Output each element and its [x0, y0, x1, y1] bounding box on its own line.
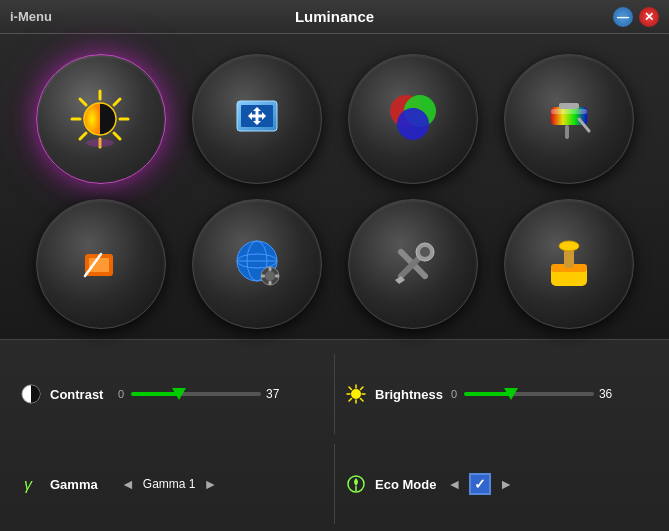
svg-text:γ: γ [24, 476, 33, 493]
eco-mode-prev-button[interactable]: ◄ [444, 476, 464, 492]
svg-line-54 [349, 387, 352, 390]
controls-bar: Contrast 0 37 [0, 339, 669, 531]
gamma-next-button[interactable]: ► [201, 476, 221, 492]
svg-rect-17 [251, 115, 263, 118]
svg-line-56 [361, 387, 364, 390]
icons-grid [0, 34, 669, 339]
eco-mode-next-button[interactable]: ► [496, 476, 516, 492]
svg-line-4 [80, 99, 86, 105]
contrast-slider[interactable] [131, 384, 261, 404]
contrast-slider-container: 0 37 [118, 384, 288, 404]
contrast-min: 0 [118, 388, 126, 400]
svg-point-47 [559, 241, 579, 251]
icon-color-boost[interactable] [504, 54, 634, 184]
icon-extra[interactable] [348, 199, 478, 329]
window-controls: — ✕ [613, 7, 659, 27]
brightness-control: Brightness 0 36 [345, 383, 649, 405]
svg-point-20 [397, 108, 429, 140]
controls-row-2: γ Gamma ◄ Gamma 1 ► [20, 444, 649, 524]
svg-rect-24 [559, 103, 579, 109]
eco-mode-icon [345, 473, 367, 495]
brightness-icon [345, 383, 367, 405]
icon-picture-boost[interactable] [36, 199, 166, 329]
eco-mode-selector: ◄ ✓ ► [444, 473, 516, 495]
app-title: i-Menu [10, 9, 52, 24]
title-bar: i-Menu Luminance — ✕ [0, 0, 669, 34]
brightness-slider-container: 0 36 [451, 384, 621, 404]
gamma-icon: γ [20, 473, 42, 495]
picture-boost-icon [66, 229, 136, 299]
svg-line-6 [114, 99, 120, 105]
svg-rect-22 [551, 109, 587, 114]
icon-luminance[interactable] [36, 54, 166, 184]
eco-mode-control: Eco Mode ◄ ✓ ► [345, 473, 649, 495]
controls-divider [334, 354, 335, 434]
svg-point-9 [86, 139, 114, 147]
main-content: Contrast 0 37 [0, 34, 669, 531]
exit-icon [534, 229, 604, 299]
controls-row-1: Contrast 0 37 [20, 354, 649, 434]
svg-point-34 [265, 271, 275, 281]
window-title: Luminance [295, 8, 374, 25]
contrast-value: 37 [266, 387, 288, 401]
svg-point-49 [351, 389, 361, 399]
extra-icon [378, 229, 448, 299]
gamma-selector: ◄ Gamma 1 ► [118, 476, 220, 492]
svg-line-5 [114, 133, 120, 139]
brightness-slider[interactable] [464, 384, 594, 404]
contrast-control: Contrast 0 37 [20, 383, 324, 405]
close-button[interactable]: ✕ [639, 7, 659, 27]
svg-rect-37 [261, 275, 265, 278]
svg-rect-38 [275, 275, 279, 278]
brightness-label: Brightness [375, 387, 443, 402]
image-setup-icon [222, 84, 292, 154]
color-setup-icon [378, 84, 448, 154]
luminance-icon [66, 84, 136, 154]
eco-mode-checkbox[interactable]: ✓ [469, 473, 491, 495]
svg-rect-35 [268, 267, 271, 271]
color-boost-icon [534, 84, 604, 154]
gamma-value: Gamma 1 [143, 477, 196, 491]
icon-exit[interactable] [504, 199, 634, 329]
gamma-prev-button[interactable]: ◄ [118, 476, 138, 492]
gamma-control: γ Gamma ◄ Gamma 1 ► [20, 473, 324, 495]
eco-check-mark: ✓ [474, 476, 486, 492]
svg-rect-23 [565, 125, 569, 139]
controls-divider-2 [334, 444, 335, 524]
icon-color-setup[interactable] [348, 54, 478, 184]
svg-point-42 [420, 247, 430, 257]
icon-osd-setup[interactable] [192, 199, 322, 329]
osd-setup-icon [222, 229, 292, 299]
svg-rect-36 [268, 281, 271, 285]
brightness-value: 36 [599, 387, 621, 401]
contrast-icon [20, 383, 42, 405]
gamma-label: Gamma [50, 477, 110, 492]
svg-line-7 [80, 133, 86, 139]
svg-line-55 [361, 399, 364, 402]
icon-image-setup[interactable] [192, 54, 322, 184]
contrast-label: Contrast [50, 387, 110, 402]
svg-line-57 [349, 399, 352, 402]
eco-mode-label: Eco Mode [375, 477, 436, 492]
brightness-min: 0 [451, 388, 459, 400]
minimize-button[interactable]: — [613, 7, 633, 27]
